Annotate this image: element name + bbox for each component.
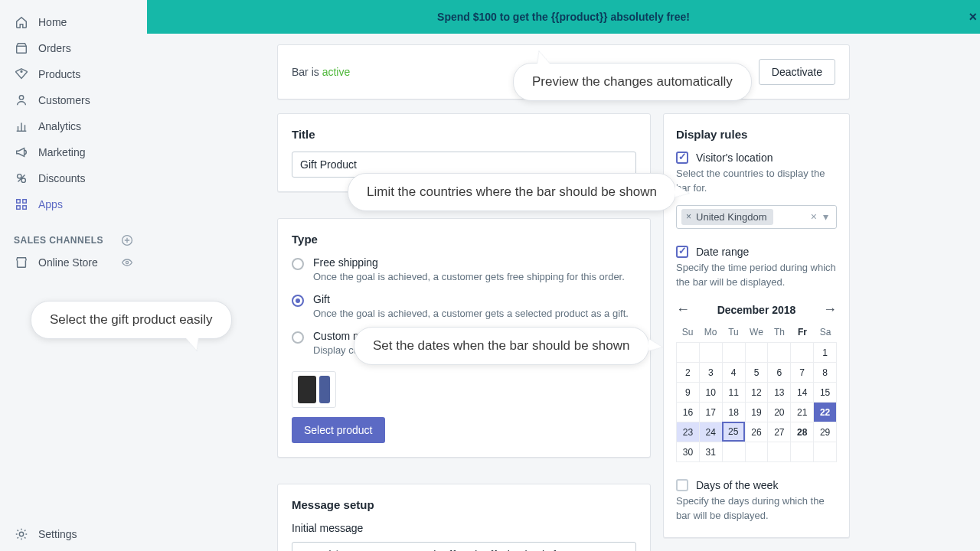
calendar-day[interactable]: 18 [722,402,745,422]
calendar-day[interactable]: 25 [722,422,745,442]
sidebar: Home Orders Products Customers Analytics… [0,0,147,551]
svg-point-9 [126,261,128,263]
calendar-day[interactable]: 28 [790,422,813,442]
discounts-icon [14,171,29,186]
sidebar-item-label: Home [38,16,67,28]
sidebar-item-label: Discounts [38,172,85,184]
checkbox-icon [676,152,688,164]
initial-message-input[interactable] [292,542,636,551]
radio-icon [292,258,304,270]
sidebar-item-label: Products [38,68,80,80]
sidebar-item-products[interactable]: Products [0,61,147,87]
calendar-day[interactable]: 27 [767,422,790,442]
calendar-day[interactable]: 9 [676,382,699,402]
calendar-day[interactable]: 16 [676,402,699,422]
calendar-next-icon[interactable]: → [823,302,837,318]
remove-tag-icon[interactable]: × [686,211,691,222]
calendar-day[interactable]: 4 [722,362,745,382]
sidebar-item-marketing[interactable]: Marketing [0,139,147,165]
svg-rect-4 [17,200,21,204]
calendar-day[interactable]: 12 [745,382,768,402]
calendar-day[interactable]: 14 [790,382,813,402]
sales-channels-label: SALES CHANNELS [14,235,103,246]
calendar-cell-empty [676,342,699,362]
calendar-cell-empty [699,342,722,362]
store-icon [14,255,29,270]
country-tag: × United Kingdom [681,209,773,225]
close-icon[interactable]: × [969,9,977,25]
calendar-day[interactable]: 1 [813,342,836,362]
calendar-day[interactable]: 7 [790,362,813,382]
sidebar-item-discounts[interactable]: Discounts [0,165,147,191]
calendar-day[interactable]: 26 [745,422,768,442]
chevron-down-icon[interactable]: ▾ [820,210,831,223]
calendar-cell-empty [790,442,813,461]
sidebar-item-label: Marketing [38,146,85,158]
home-icon [14,15,29,30]
calendar-day[interactable]: 31 [699,442,722,461]
calendar-day[interactable]: 22 [813,402,836,422]
add-channel-icon[interactable] [121,234,133,246]
calendar-day[interactable]: 29 [813,422,836,442]
sidebar-item-settings[interactable]: Settings [0,521,147,551]
calendar-day[interactable]: 11 [722,382,745,402]
calendar-day[interactable]: 17 [699,402,722,422]
calendar-day[interactable]: 8 [813,362,836,382]
sidebar-item-customers[interactable]: Customers [0,87,147,113]
sidebar-item-home[interactable]: Home [0,9,147,35]
calendar-day[interactable]: 2 [676,362,699,382]
calendar-day[interactable]: 10 [699,382,722,402]
calendar-day[interactable]: 15 [813,382,836,402]
message-setup-heading: Message setup [292,498,636,511]
calendar-day[interactable]: 21 [790,402,813,422]
svg-point-10 [19,532,23,536]
svg-point-1 [19,96,23,99]
calendar-day[interactable]: 24 [699,422,722,442]
callout-text: Preview the changes automatically [532,74,733,89]
country-tag-label: United Kingdom [696,211,767,223]
marketing-icon [14,145,29,160]
callout-text: Select the gift product easily [50,312,213,327]
radio-free-shipping[interactable]: Free shipping Once the goal is achieved,… [292,256,636,289]
calendar-day[interactable]: 5 [745,362,768,382]
calendar-dow: Su [676,324,699,341]
calendar-cell-empty [767,342,790,362]
calendar-day[interactable]: 13 [767,382,790,402]
calendar: ← December 2018 → SuMoTuWeThFrSa 1234567… [676,298,837,462]
preview-banner: Spend $100 to get the {{product}} absolu… [147,0,980,34]
checkbox-days-of-week[interactable]: Days of the week [676,479,837,491]
calendar-day[interactable]: 20 [767,402,790,422]
display-rules-card: Display rules Visitor's location Select … [663,113,850,538]
status-prefix: Bar is [292,66,322,78]
calendar-cell-empty [745,342,768,362]
country-select[interactable]: × United Kingdom × ▾ [676,205,837,229]
sidebar-item-label: Online Store [38,256,98,269]
calendar-day[interactable]: 3 [699,362,722,382]
calendar-day[interactable]: 19 [745,402,768,422]
type-heading: Type [292,233,636,246]
checkbox-icon [676,246,688,258]
location-desc: Select the countries to display the bar … [676,167,837,196]
calendar-prev-icon[interactable]: ← [676,302,690,318]
calendar-day[interactable]: 6 [767,362,790,382]
calendar-day[interactable]: 30 [676,442,699,461]
svg-rect-5 [23,200,27,204]
calendar-dow: Mo [699,324,722,341]
eye-icon[interactable] [121,256,133,269]
checkbox-date-range[interactable]: Date range [676,246,837,258]
sidebar-item-apps[interactable]: Apps [0,191,147,217]
sidebar-item-orders[interactable]: Orders [0,35,147,61]
calendar-cell-empty [745,442,768,461]
orders-icon [14,41,29,56]
radio-gift[interactable]: Gift Once the goal is achieved, a custom… [292,293,636,325]
select-product-button[interactable]: Select product [292,417,385,443]
checkbox-visitor-location[interactable]: Visitor's location [676,152,837,164]
clear-icon[interactable]: × [808,210,820,223]
sidebar-item-online-store[interactable]: Online Store [0,249,147,276]
product-preview [292,367,636,417]
title-heading: Title [292,128,636,141]
calendar-day[interactable]: 23 [676,422,699,442]
deactivate-button[interactable]: Deactivate [759,59,835,85]
svg-point-3 [21,178,25,182]
sidebar-item-analytics[interactable]: Analytics [0,113,147,139]
